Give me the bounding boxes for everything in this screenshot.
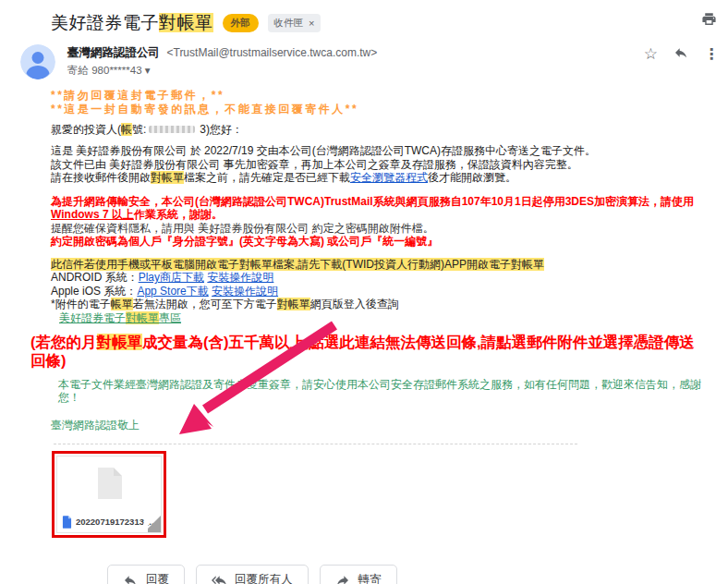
gmail-message-view: 美好證券電子對帳單 外部 收件匣 × 臺灣網路認證公司 <TrustMail@t… [0, 0, 728, 584]
forward-button-label: 轉寄 [358, 572, 382, 584]
inbox-label-chip: 收件匣 × [268, 14, 322, 32]
forward-button[interactable]: 轉寄 [320, 565, 397, 584]
red-big-highlight: 對帳單 [97, 334, 143, 350]
mobile-instruction-highlight: 此信件若使用手機或平板電腦開啟電子對帳單檔案,請先下載(TWID投資人行動網)A… [51, 258, 544, 271]
greeting-post: 3)您好： [200, 123, 243, 136]
large-red-warning: (若您的月對帳單成交量為(含)五千萬以上,點選此連結無法傳送回條,請點選郵件附件… [30, 333, 710, 370]
mobile-app-block: 此信件若使用手機或平板電腦開啟電子對帳單檔案,請先下載(TWID投資人行動網)A… [51, 258, 710, 325]
note-pre: *附件的電子 [51, 298, 111, 310]
reply-all-button[interactable]: 回覆所有人 [196, 565, 309, 584]
redacted-account-number [149, 126, 195, 133]
ios-install-guide-link[interactable]: 安裝操作說明 [212, 285, 278, 298]
sender-name: 臺灣網路認證公司 [67, 46, 160, 59]
subject-text: 美好證券電子 [51, 13, 159, 32]
greeting-line: 親愛的投資人(帳號:3)您好： [51, 123, 710, 136]
ios-line: Apple iOS 系統：App Store下載 安裝操作說明 [51, 285, 710, 298]
greeting-mid: 號: [132, 123, 146, 136]
estatement-portal-link[interactable]: 美好證券電子對帳單專區 [59, 311, 181, 324]
greeting-highlight: 帳 [121, 123, 132, 136]
secure-browser-link[interactable]: 安全瀏覽器程式 [350, 171, 428, 184]
red1-post: 作業系統，謝謝。 [134, 208, 223, 221]
subject-row: 美好證券電子對帳單 外部 收件匣 × [0, 0, 728, 35]
inbox-label-text: 收件匣 [274, 17, 304, 30]
attachment-annotation-box: 20220719172313_... [52, 451, 166, 538]
paragraph-line: 請在接收郵件後開啟對帳單檔案之前，請先確定是否已經下載安全瀏覽器程式後才能開啟瀏… [51, 171, 710, 185]
recipient-dropdown[interactable]: 寄給 980*****43 ▾ [67, 64, 377, 78]
reply-all-button-label: 回覆所有人 [235, 572, 293, 584]
portal-link-post: 專區 [159, 311, 181, 324]
reply-icon[interactable] [673, 45, 688, 64]
portal-link-pre: 美好證券電子 [59, 311, 126, 324]
greeting-pre: 親愛的投資人( [51, 123, 121, 136]
warning-line-1: **請勿回覆這封電子郵件，** [51, 89, 710, 103]
p3-post: 後才能開啟瀏覽。 [428, 171, 516, 184]
note-highlight-1: 帳單 [111, 298, 133, 310]
warning-line-2: **這是一封自動寄發的訊息，不能直接回覆寄件人** [51, 103, 710, 116]
note-highlight-2: 對帳單 [277, 298, 310, 310]
attachment-separator [54, 444, 577, 444]
footer-actions: 回覆 回覆所有人 轉寄 [107, 565, 710, 584]
p3-pre: 請在接收郵件後開啟 [51, 171, 151, 184]
reply-button[interactable]: 回覆 [107, 565, 185, 584]
chevron-down-icon: ▾ [145, 65, 151, 76]
forward-arrow-icon [335, 573, 350, 584]
p3-highlight: 對帳單 [151, 171, 184, 184]
security-notice-block: 為提升網路傳輸安全，本公司(台灣網路認證公司TWCA)TrustMail系統與網… [51, 195, 710, 249]
reply-all-arrow-icon [212, 573, 226, 584]
ios-label: Apple iOS 系統： [51, 285, 137, 298]
page-curl-icon [144, 516, 161, 532]
page-title: 美好證券電子對帳單 [51, 11, 213, 35]
portal-link-highlight: 對帳單 [126, 311, 159, 324]
estatement-portal-line: 美好證券電子對帳單專區 [51, 311, 710, 325]
sender-row: 臺灣網路認證公司 <TrustMail@trustmailservice.twc… [20, 44, 713, 79]
remove-label-icon[interactable]: × [309, 18, 314, 29]
note-post: 網頁版登入後查詢 [310, 298, 399, 310]
android-label: ANDROID 系統： [51, 271, 139, 284]
more-options-icon[interactable]: ⋮ [704, 45, 719, 63]
attachment-card[interactable]: 20220719172313_... [56, 456, 162, 533]
mobile-instruction-line: 此信件若使用手機或平板電腦開啟電子對帳單檔案,請先下載(TWID投資人行動網)A… [51, 258, 710, 272]
privacy-reminder-line: 提醒您確保資料隱私，請用與 美好證券股份有限公司 約定之密碼開啟附件檔。 [51, 222, 710, 236]
message-actions: ☆ ⋮ [644, 44, 719, 64]
password-rule-line: 約定開啟密碼為個人戶『身分證字號』(英文字母為大寫) 或公司戶『統一編號』 [51, 235, 710, 249]
subject-highlighted-text: 對帳單 [159, 13, 213, 32]
paragraph-line: 這是 美好證券股份有限公司 於 2022/7/19 交由本公司(台灣網路認證公司… [51, 144, 710, 158]
android-install-guide-link[interactable]: 安裝操作說明 [207, 271, 273, 284]
sender-email: <TrustMail@trustmailservice.twca.com.tw> [166, 46, 377, 59]
app-store-link[interactable]: App Store下載 [137, 285, 208, 298]
signature-line: 臺灣網路認證敬上 [51, 419, 710, 432]
android-line: ANDROID 系統：Play商店下載 安裝操作說明 [51, 271, 710, 285]
sender-info: 臺灣網路認證公司 <TrustMail@trustmailservice.twc… [67, 44, 377, 79]
email-body: **請勿回覆這封電子郵件，** **這是一封自動寄發的訊息，不能直接回覆寄件人*… [0, 79, 728, 584]
recipient-text: 寄給 980*****43 [67, 65, 142, 76]
p3-mid: 檔案之前，請先確定是否已經下載 [184, 171, 350, 184]
reply-arrow-icon [123, 573, 138, 584]
tls-notice-line: 為提升網路傳輸安全，本公司(台灣網路認證公司TWCA)TrustMail系統與網… [51, 195, 710, 222]
external-badge: 外部 [223, 14, 259, 32]
red1-underlined: Windows 7 以上 [51, 208, 134, 221]
red1-pre: 為提升網路傳輸安全，本公司(台灣網路認證公司TWCA)TrustMail系統與網… [51, 195, 694, 208]
sender-line: 臺灣網路認證公司 <TrustMail@trustmailservice.twc… [67, 45, 377, 61]
fallback-note-line: *附件的電子帳單若無法開啟，您可至下方電子對帳單網頁版登入後查詢 [51, 298, 710, 311]
closing-paragraph: 本電子文件業經臺灣網路認證及寄件者雙重簽章，請安心使用本公司安全存證郵件系統之服… [51, 378, 710, 404]
document-icon [62, 516, 72, 529]
note-mid: 若無法開啟，您可至下方電子 [133, 298, 277, 310]
star-icon[interactable]: ☆ [644, 44, 658, 64]
print-icon[interactable] [701, 11, 717, 30]
avatar [20, 44, 55, 79]
paragraph-intro: 這是 美好證券股份有限公司 於 2022/7/19 交由本公司(台灣網路認證公司… [51, 144, 710, 185]
reply-button-label: 回覆 [146, 572, 169, 584]
paragraph-line: 該文件已由 美好證券股份有限公司 事先加密簽章，再加上本公司之簽章及存證服務，保… [51, 158, 710, 172]
red-big-pre: (若您的月 [30, 334, 97, 350]
play-store-link[interactable]: Play商店下載 [139, 271, 204, 284]
file-preview-icon [98, 468, 122, 499]
